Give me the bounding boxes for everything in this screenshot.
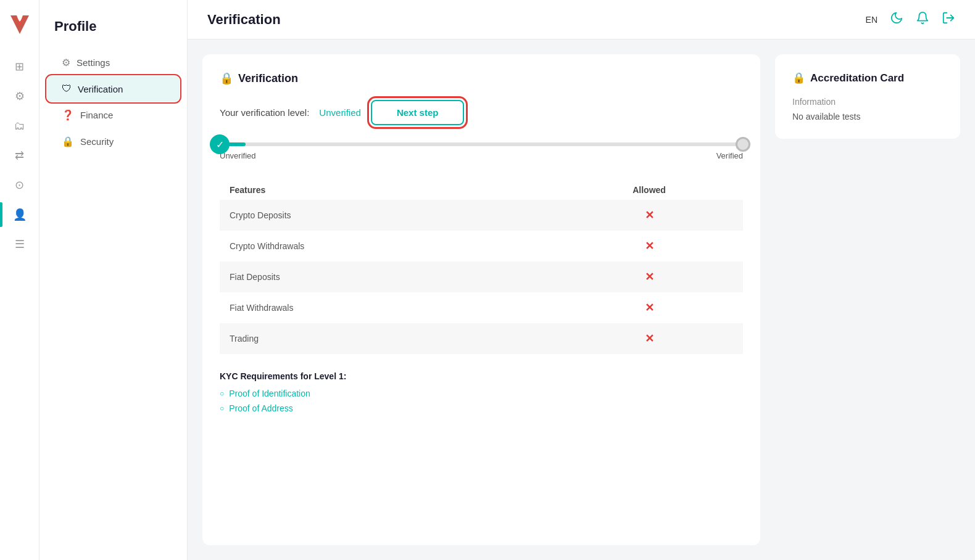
main-card: 🔒 Verification Your verification level: …	[202, 54, 760, 545]
side-card-title-text: Accreditation Card	[810, 72, 904, 84]
progress-labels: Unverified Verified	[220, 151, 743, 160]
progress-label-end: Verified	[716, 151, 743, 160]
feature-name: Crypto Deposits	[220, 200, 555, 231]
kyc-item: Proof of Identification	[220, 389, 743, 398]
bell-icon[interactable]	[916, 11, 929, 28]
card-title-text: Verification	[238, 72, 298, 85]
language-button[interactable]: EN	[866, 15, 877, 25]
side-info-value: No available tests	[792, 112, 943, 121]
header-actions: EN	[866, 11, 955, 28]
nav-item-finance[interactable]: ❓ Finance	[47, 102, 180, 128]
progress-end-dot	[736, 137, 750, 152]
feature-allowed: ✕	[555, 261, 743, 292]
x-icon: ✕	[645, 332, 654, 345]
x-icon: ✕	[645, 271, 654, 283]
nav-item-settings[interactable]: ⚙ Settings	[47, 49, 180, 76]
x-icon: ✕	[645, 209, 654, 221]
features-table: Features Allowed Crypto Deposits✕Crypto …	[220, 180, 743, 354]
card-lock-icon: 🔒	[220, 72, 233, 85]
sidebar-icon-list[interactable]: ☰	[7, 232, 32, 257]
verification-icon: 🛡	[62, 83, 72, 94]
feature-allowed: ✕	[555, 231, 743, 261]
kyc-list: Proof of IdentificationProof of Address	[220, 389, 743, 413]
feature-allowed: ✕	[555, 323, 743, 354]
left-nav-title: Profile	[39, 12, 187, 49]
moon-icon[interactable]	[890, 11, 903, 28]
top-header: Verification EN	[188, 0, 975, 39]
sidebar-icon-grid[interactable]: ⊞	[7, 54, 32, 79]
left-nav: Profile ⚙ Settings 🛡 Verification ❓ Fina…	[39, 0, 188, 560]
nav-item-finance-label: Finance	[80, 110, 113, 120]
side-card: 🔒 Accreditation Card Information No avai…	[775, 54, 960, 139]
sidebar-icon-settings[interactable]: ⚙	[7, 84, 32, 109]
nav-item-security[interactable]: 🔒 Security	[47, 128, 180, 155]
side-info-label: Information	[792, 97, 943, 107]
kyc-item: Proof of Address	[220, 403, 743, 413]
progress-track: ✓	[220, 142, 743, 146]
finance-icon: ❓	[62, 109, 74, 121]
feature-name: Crypto Withdrawals	[220, 231, 555, 261]
sidebar-icon-user[interactable]: 👤	[7, 202, 32, 227]
card-title: 🔒 Verification	[220, 72, 743, 85]
settings-icon: ⚙	[62, 57, 70, 68]
sidebar-icon-globe[interactable]: ⊙	[7, 173, 32, 197]
icon-sidebar: ⊞ ⚙ 🗂 ⇄ ⊙ 👤 ☰	[0, 0, 39, 560]
page-title: Verification	[207, 12, 281, 28]
kyc-title: KYC Requirements for Level 1:	[220, 371, 743, 381]
feature-allowed: ✕	[555, 200, 743, 231]
progress-section: ✓ Unverified Verified	[220, 142, 743, 160]
sidebar-icon-swap[interactable]: ⇄	[7, 143, 32, 168]
feature-name: Fiat Withdrawals	[220, 292, 555, 323]
x-icon: ✕	[645, 240, 654, 252]
logout-icon[interactable]	[942, 11, 955, 28]
feature-name: Fiat Deposits	[220, 261, 555, 292]
verification-level-row: Your verification level: Unverified Next…	[220, 100, 743, 125]
col-features: Features	[220, 180, 555, 200]
sidebar-icon-copy[interactable]: 🗂	[7, 113, 32, 138]
col-allowed: Allowed	[555, 180, 743, 200]
main-area: Verification EN	[188, 0, 975, 560]
verification-status: Unverified	[319, 107, 361, 118]
feature-name: Trading	[220, 323, 555, 354]
security-icon: 🔒	[62, 136, 74, 147]
nav-item-settings-label: Settings	[77, 57, 110, 68]
logo	[7, 12, 32, 37]
feature-allowed: ✕	[555, 292, 743, 323]
side-card-title: 🔒 Accreditation Card	[792, 72, 943, 84]
verification-level-label: Your verification level:	[220, 107, 309, 118]
progress-start-dot: ✓	[210, 134, 230, 154]
content-body: 🔒 Verification Your verification level: …	[188, 39, 975, 560]
nav-item-security-label: Security	[80, 136, 114, 147]
x-icon: ✕	[645, 302, 654, 314]
next-step-button[interactable]: Next step	[371, 100, 465, 125]
nav-item-verification[interactable]: 🛡 Verification	[47, 76, 180, 102]
nav-item-verification-label: Verification	[78, 84, 123, 94]
side-card-lock-icon: 🔒	[792, 72, 805, 84]
